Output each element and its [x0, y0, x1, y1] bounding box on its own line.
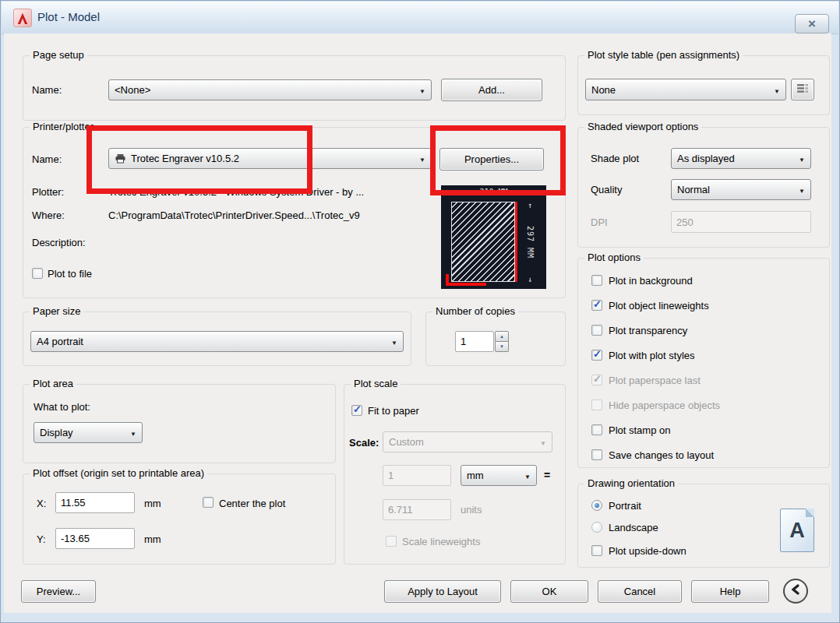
checkbox-icon: [203, 497, 214, 508]
dpi-label: DPI: [591, 216, 608, 228]
group-label: Drawing orientation: [584, 477, 678, 489]
quality-value: Normal: [677, 184, 710, 195]
dialog-title: Plot - Model: [37, 10, 100, 23]
chevron-down-icon: [415, 84, 425, 96]
shade-plot-select[interactable]: As displayed: [671, 148, 811, 169]
option-label: Plot in background: [609, 275, 693, 287]
plot-to-file-label: Plot to file: [48, 268, 92, 280]
offset-x-unit: mm: [144, 498, 161, 509]
offset-x-input[interactable]: [55, 492, 135, 513]
page-setup-name-select[interactable]: <None>: [108, 79, 432, 100]
offset-y-label: Y:: [37, 533, 46, 545]
arrow-down-icon: [528, 275, 532, 283]
ok-button[interactable]: OK: [510, 580, 588, 603]
option-label: Plot paperspace last: [609, 375, 701, 386]
option-label: Plot object lineweights: [609, 300, 709, 312]
dpi-input: [671, 211, 811, 233]
plot-style-select[interactable]: None: [585, 79, 786, 100]
checkbox-icon: [591, 545, 602, 556]
printer-name-label: Name:: [32, 153, 62, 165]
checkbox-icon: [591, 300, 602, 311]
chevron-down-icon: [794, 184, 805, 195]
where-label: Where:: [32, 209, 65, 221]
where-value: C:\ProgramData\Trotec\PrinterDriver.Spee…: [108, 209, 360, 221]
option-label: Plot transparency: [609, 325, 687, 336]
add-page-setup-button[interactable]: Add...: [441, 79, 542, 101]
group-label: Plot area: [30, 378, 76, 389]
preview-button-label: Preview...: [37, 586, 80, 597]
spin-down-icon[interactable]: [495, 342, 509, 352]
annotation-properties-highlight: [430, 125, 566, 195]
shade-plot-label: Shade plot: [591, 153, 639, 164]
offset-y-input[interactable]: [55, 528, 135, 549]
chevron-left-icon: [791, 584, 800, 598]
units-label: units: [461, 504, 482, 516]
plotter-label: Plotter:: [32, 186, 64, 198]
add-button-label: Add...: [478, 84, 505, 96]
upside-down-label: Plot upside-down: [609, 545, 686, 557]
what-to-plot-value: Display: [40, 427, 73, 438]
checkbox-icon: [591, 325, 602, 336]
chevron-down-icon: [769, 84, 780, 96]
copies-input[interactable]: [455, 331, 494, 352]
center-the-plot-label: Center the plot: [219, 498, 285, 509]
edit-plot-style-button[interactable]: [791, 79, 814, 100]
chevron-down-icon: [535, 436, 546, 448]
what-to-plot-select[interactable]: Display: [34, 422, 143, 443]
chevron-down-icon: [125, 427, 136, 438]
apply-button-label: Apply to Layout: [408, 586, 478, 597]
description-label: Description:: [32, 237, 86, 248]
chevron-down-icon: [794, 153, 805, 164]
cancel-button[interactable]: Cancel: [598, 580, 682, 603]
offset-y-unit: mm: [144, 533, 161, 545]
what-to-plot-label: What to plot:: [34, 401, 90, 413]
paper-size-value: A4 portrait: [37, 336, 83, 347]
group-label: Plot offset (origin set to printable are…: [30, 467, 207, 479]
annotation-printer-name-highlight: [86, 125, 312, 194]
group-label: Number of copies: [432, 305, 518, 317]
group-label: Shaded viewport options: [584, 121, 701, 132]
paper-fold-corner: [806, 509, 814, 517]
red-origin-marker: [446, 283, 486, 286]
help-button-label: Help: [720, 586, 741, 597]
option-label: Plot with plot styles: [609, 350, 695, 361]
close-icon[interactable]: [795, 14, 829, 33]
scale-unit-value: mm: [467, 470, 484, 481]
equals-sign: =: [544, 469, 550, 481]
less-options-button[interactable]: [783, 579, 808, 604]
group-plot-offset: Plot offset (origin set to printable are…: [23, 473, 336, 565]
scale-lineweights-label: Scale lineweights: [402, 536, 480, 547]
cancel-button-label: Cancel: [624, 586, 655, 597]
ok-button-label: OK: [542, 586, 557, 597]
group-label: Page setup: [30, 49, 87, 61]
scale-label: Scale:: [349, 437, 379, 449]
help-button[interactable]: Help: [691, 580, 769, 603]
paper-preview-thumbnail: 210 MM 297 MM: [441, 185, 546, 289]
scale-value: Custom: [389, 436, 424, 448]
checkbox-icon: [591, 375, 602, 385]
radio-icon: [591, 522, 602, 533]
copies-stepper[interactable]: [495, 331, 509, 352]
preview-button[interactable]: Preview...: [21, 580, 96, 603]
paper-size-select[interactable]: A4 portrait: [30, 331, 404, 352]
scale-unit-select[interactable]: mm: [461, 465, 537, 486]
offset-x-label: X:: [37, 498, 46, 509]
checkbox-icon: [591, 424, 602, 435]
checkbox-icon: [32, 268, 43, 279]
fit-to-paper-label: Fit to paper: [368, 405, 419, 417]
apply-to-layout-button[interactable]: Apply to Layout: [384, 580, 501, 603]
quality-select[interactable]: Normal: [671, 179, 811, 200]
red-dimension-line: [515, 202, 517, 282]
group-label: Plot scale: [351, 378, 401, 389]
page-setup-name-value: <None>: [115, 84, 150, 96]
chevron-down-icon: [520, 470, 531, 481]
title-bar: Plot - Model: [2, 2, 838, 34]
scale-drawing-units-input: [383, 499, 451, 520]
spin-up-icon[interactable]: [495, 331, 509, 342]
checkbox-icon: [386, 536, 397, 547]
group-plot-options: Plot options: [577, 258, 830, 468]
printable-area-hatch: [451, 202, 515, 282]
height-dimension-text: 297 MM: [526, 226, 535, 259]
quality-label: Quality: [591, 184, 622, 195]
arrow-up-icon: [528, 201, 532, 209]
